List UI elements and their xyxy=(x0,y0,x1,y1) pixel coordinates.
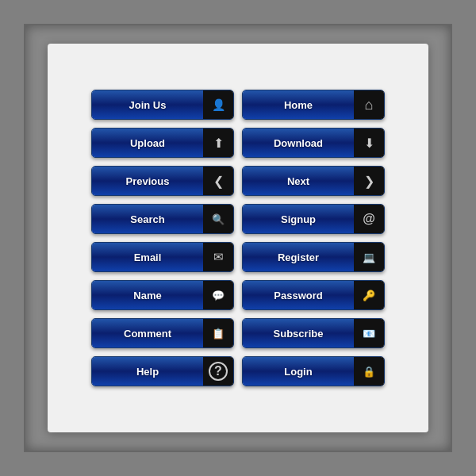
icon-icon-subscribe xyxy=(363,326,375,340)
button-grid: Join UsHomeUploadDownloadPreviousNextSea… xyxy=(75,74,401,402)
button-label-home: Home xyxy=(243,90,354,119)
button-icon-help xyxy=(203,357,233,386)
button-icon-previous xyxy=(203,167,233,195)
icon-icon-name xyxy=(212,288,225,302)
button-icon-comment xyxy=(203,319,233,347)
icon-icon-home xyxy=(365,97,374,113)
button-search[interactable]: Search xyxy=(91,204,234,234)
icon-icon-user xyxy=(212,98,225,112)
icon-icon-signup xyxy=(363,212,375,226)
button-label-register: Register xyxy=(243,243,354,271)
button-icon-register xyxy=(354,243,384,271)
button-label-join-us: Join Us xyxy=(92,90,203,119)
button-label-upload: Upload xyxy=(92,129,203,157)
button-label-next: Next xyxy=(243,167,354,195)
button-icon-subscribe xyxy=(354,319,384,347)
button-help[interactable]: Help xyxy=(91,356,234,386)
button-icon-login xyxy=(354,357,384,386)
button-upload[interactable]: Upload xyxy=(91,128,234,158)
button-icon-email xyxy=(203,243,233,271)
button-icon-download xyxy=(354,129,384,157)
button-icon-home xyxy=(354,90,384,119)
button-label-email: Email xyxy=(92,243,203,271)
button-label-signup: Signup xyxy=(243,205,354,233)
button-icon-join-us xyxy=(203,90,233,119)
button-register[interactable]: Register xyxy=(242,242,385,272)
button-icon-password xyxy=(354,281,384,309)
button-icon-name xyxy=(203,281,233,309)
button-join-us[interactable]: Join Us xyxy=(91,90,234,120)
icon-icon-download xyxy=(364,136,374,151)
button-subscribe[interactable]: Subscribe xyxy=(242,318,385,348)
button-icon-signup xyxy=(354,205,384,233)
button-icon-upload xyxy=(203,129,233,157)
button-home[interactable]: Home xyxy=(242,90,385,120)
icon-icon-register xyxy=(363,250,375,264)
icon-icon-login xyxy=(363,364,375,378)
button-comment[interactable]: Comment xyxy=(91,318,234,348)
button-icon-search xyxy=(203,205,233,233)
button-next[interactable]: Next xyxy=(242,166,385,196)
icon-icon-search xyxy=(212,212,225,226)
button-previous[interactable]: Previous xyxy=(91,166,234,196)
icon-icon-comment xyxy=(212,326,225,340)
button-label-name: Name xyxy=(92,281,203,309)
button-label-search: Search xyxy=(92,205,203,233)
button-login[interactable]: Login xyxy=(242,356,385,386)
icon-icon-password xyxy=(363,288,375,302)
button-email[interactable]: Email xyxy=(91,242,234,272)
button-label-password: Password xyxy=(243,281,354,309)
button-icon-next xyxy=(354,167,384,195)
button-label-previous: Previous xyxy=(92,167,203,195)
button-label-login: Login xyxy=(243,357,354,386)
icon-chevron-left xyxy=(213,174,224,189)
icon-chevron-right xyxy=(364,174,374,189)
button-signup[interactable]: Signup xyxy=(242,204,385,234)
button-name[interactable]: Name xyxy=(91,280,234,310)
button-label-subscribe: Subscribe xyxy=(243,319,354,347)
outer-frame: Join UsHomeUploadDownloadPreviousNextSea… xyxy=(24,24,452,452)
button-label-download: Download xyxy=(243,129,354,157)
icon-icon-help xyxy=(209,362,228,381)
button-download[interactable]: Download xyxy=(242,128,385,158)
button-label-help: Help xyxy=(92,357,203,386)
icon-icon-upload xyxy=(213,136,224,151)
icon-icon-email xyxy=(213,250,224,264)
button-password[interactable]: Password xyxy=(242,280,385,310)
button-label-comment: Comment xyxy=(92,319,203,347)
inner-card: Join UsHomeUploadDownloadPreviousNextSea… xyxy=(48,44,428,432)
